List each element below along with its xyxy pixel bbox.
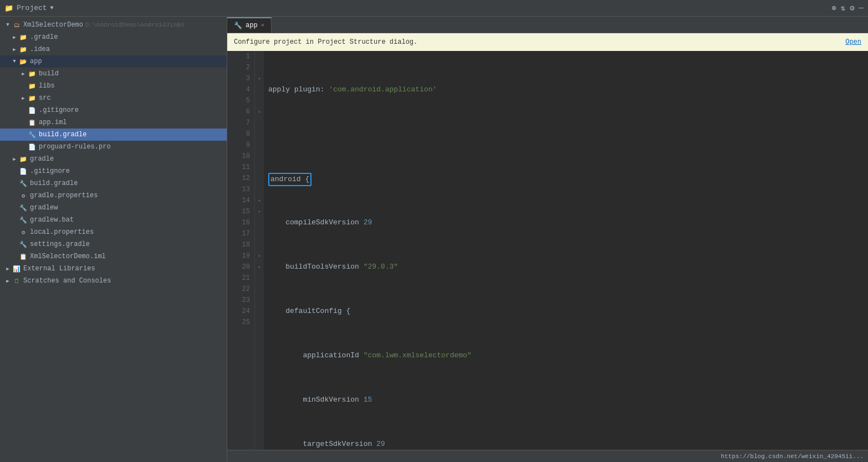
gutter-20[interactable]: ▾ — [255, 261, 264, 273]
sidebar-item-local-properties[interactable]: ⚙ local.properties — [0, 226, 227, 238]
minimize-icon[interactable]: — — [859, 3, 864, 13]
xmlselectordemo-iml-label: XmlSelectorDemo.iml — [30, 253, 106, 260]
title-bar-dropdown-icon[interactable]: ▼ — [50, 5, 54, 11]
src-arrow — [20, 95, 27, 101]
app-arrow — [11, 58, 18, 65]
sidebar-item-gradlew[interactable]: 🔧 gradlew — [0, 202, 227, 214]
gutter-18 — [255, 239, 264, 250]
line-num-13: 13 — [232, 184, 250, 195]
sync-icon[interactable]: ⇅ — [841, 3, 845, 13]
tab-build-gradle-label: app — [246, 22, 258, 29]
tab-gradle-icon: 🔧 — [234, 22, 242, 30]
scratches-icon: 🗒 — [12, 276, 21, 285]
proguard-icon: 📄 — [28, 142, 37, 151]
gradlew-arrow — [11, 204, 18, 211]
gutter-19[interactable]: ▾ — [255, 250, 264, 261]
proguard-arrow — [20, 143, 27, 150]
gutter-1 — [255, 51, 264, 62]
sidebar: 🗂 XmlSelectorDemo D:\AndroidDemo\Android… — [0, 17, 227, 462]
sidebar-item-libs[interactable]: 📁 libs — [0, 80, 227, 92]
gutter-24 — [255, 306, 264, 317]
line-num-7: 7 — [232, 117, 250, 129]
gutter-9 — [255, 140, 264, 151]
gutter-6[interactable]: ▾ — [255, 106, 264, 117]
gitignore-root-icon: 📄 — [19, 167, 28, 176]
gradlew-bat-icon: 🔧 — [19, 215, 28, 224]
code-line-8: minSdkVersion 15 — [268, 394, 864, 405]
sidebar-item-build-gradle-root[interactable]: 🔧 build.gradle — [0, 177, 227, 189]
settings-icon[interactable]: ⚙ — [850, 3, 854, 13]
line-num-6: 6 — [232, 106, 250, 117]
sidebar-item-src[interactable]: 📁 src — [0, 92, 227, 104]
line-num-14: 14 — [232, 195, 250, 206]
tab-bar: 🔧 app × — [227, 17, 868, 33]
gutter-17 — [255, 228, 264, 239]
settings-gradle-arrow — [11, 241, 18, 248]
sidebar-item-idea[interactable]: 📁 .idea — [0, 43, 227, 55]
gradle-folder-arrow — [11, 156, 18, 162]
gutter-22 — [255, 284, 264, 295]
build-gradle-app-arrow — [20, 131, 27, 138]
line-num-25: 25 — [232, 317, 250, 328]
line-num-21: 21 — [232, 273, 250, 284]
line-num-16: 16 — [232, 217, 250, 228]
sidebar-item-gradle-folder[interactable]: 📁 gradle — [0, 153, 227, 165]
src-label: src — [39, 94, 51, 102]
add-icon[interactable]: ⊕ — [831, 3, 836, 13]
sidebar-item-gradle-properties[interactable]: ⚙ gradle.properties — [0, 189, 227, 202]
sidebar-item-build-gradle-app[interactable]: 🔧 build.gradle — [0, 129, 227, 141]
gutter-21 — [255, 273, 264, 284]
gutter-5 — [255, 95, 264, 106]
sidebar-item-app[interactable]: 📂 app — [0, 55, 227, 68]
root-arrow — [4, 22, 11, 28]
libs-label: libs — [39, 82, 55, 90]
title-bar-label: Project — [17, 4, 47, 12]
build-label: build — [39, 70, 59, 78]
gradle-hidden-folder-icon: 📁 — [19, 33, 28, 42]
src-folder-icon: 📁 — [28, 94, 37, 102]
local-properties-label: local.properties — [30, 228, 94, 236]
sidebar-item-scratches[interactable]: 🗒 Scratches and Consoles — [0, 275, 227, 287]
sidebar-item-gradle-hidden[interactable]: 📁 .gradle — [0, 31, 227, 43]
line-num-24: 24 — [232, 306, 250, 317]
tab-build-gradle[interactable]: 🔧 app × — [227, 17, 272, 33]
gradle-properties-label: gradle.properties — [30, 192, 98, 199]
code-content[interactable]: apply plugin: 'com.android.application' … — [264, 51, 868, 450]
sidebar-item-xmlselectordemo-iml[interactable]: 📋 XmlSelectorDemo.iml — [0, 250, 227, 263]
line-numbers: 1 2 3 4 5 6 7 8 9 10 11 12 13 14 15 16 1… — [227, 51, 255, 450]
sidebar-item-settings-gradle[interactable]: 🔧 settings.gradle — [0, 238, 227, 250]
line-num-10: 10 — [232, 151, 250, 162]
gitignore-app-arrow — [20, 107, 27, 114]
line-num-8: 8 — [232, 129, 250, 140]
build-folder-icon: 📁 — [28, 69, 37, 78]
gutter-15[interactable]: ▾ — [255, 206, 264, 217]
sidebar-item-app-iml[interactable]: 📋 app.iml — [0, 116, 227, 129]
gradle-properties-arrow — [11, 192, 18, 199]
sidebar-item-root[interactable]: 🗂 XmlSelectorDemo D:\AndroidDemo\Android… — [0, 19, 227, 31]
app-iml-label: app.iml — [39, 119, 67, 126]
line-num-15: 15 — [232, 206, 250, 217]
gradlew-bat-label: gradlew.bat — [30, 216, 74, 224]
gutter-16 — [255, 217, 264, 228]
gradle-properties-icon: ⚙ — [19, 191, 28, 200]
proguard-label: proguard-rules.pro — [39, 143, 111, 151]
sidebar-item-gradlew-bat[interactable]: 🔧 gradlew.bat — [0, 214, 227, 226]
sidebar-item-gitignore-root[interactable]: 📄 .gitignore — [0, 165, 227, 177]
gutter-14[interactable]: ▾ — [255, 195, 264, 206]
sidebar-item-gitignore-app[interactable]: 📄 .gitignore — [0, 104, 227, 116]
tab-close-icon[interactable]: × — [261, 22, 265, 29]
sidebar-item-build[interactable]: 📁 build — [0, 68, 227, 80]
gutter-3[interactable]: ▾ — [255, 73, 264, 84]
notification-link[interactable]: Open — [845, 38, 861, 46]
sidebar-item-external-libraries[interactable]: 📊 External Libraries — [0, 263, 227, 275]
editor-area: 🔧 app × Configure project in Project Str… — [227, 17, 868, 462]
gutter-23 — [255, 295, 264, 306]
libs-arrow — [20, 83, 27, 89]
gradle-folder-label: gradle — [30, 155, 54, 163]
gutter-12 — [255, 173, 264, 184]
code-line-9: targetSdkVersion 29 — [268, 439, 864, 450]
gutter-11 — [255, 162, 264, 173]
scratches-label: Scratches and Consoles — [23, 277, 111, 285]
sidebar-item-proguard[interactable]: 📄 proguard-rules.pro — [0, 141, 227, 153]
scratches-arrow — [4, 278, 11, 284]
